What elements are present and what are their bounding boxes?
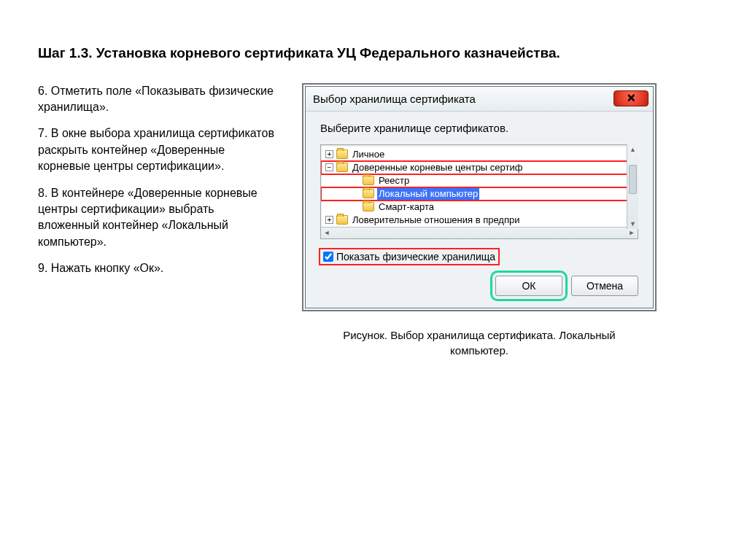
dialog-title: Выбор хранилища сертификата xyxy=(313,93,476,105)
tree-item-trusted-root[interactable]: − Доверенные корневые центры сертиф xyxy=(321,161,638,174)
checkbox-input[interactable] xyxy=(323,252,333,262)
folder-icon xyxy=(363,189,374,198)
figure-caption: Рисунок. Выбор хранилища сертификата. Ло… xyxy=(302,327,657,358)
scroll-left-icon[interactable]: ◄ xyxy=(321,229,333,236)
step-7: 7. В окне выбора хранилища сертификатов … xyxy=(38,125,279,174)
scroll-up-icon[interactable]: ▲ xyxy=(627,144,638,155)
folder-icon xyxy=(363,202,374,211)
horizontal-scrollbar[interactable]: ◄ ► xyxy=(321,227,638,238)
titlebar: Выбор хранилища сертификата ✕ xyxy=(306,87,653,112)
checkbox-label: Показать физические хранилища xyxy=(336,251,495,262)
instructions: 6. Отметить поле «Показывать физические … xyxy=(38,83,279,287)
tree-item-registry[interactable]: Реестр xyxy=(321,174,638,187)
folder-icon xyxy=(336,163,348,172)
tree-item-local-computer[interactable]: Локальный компьютер xyxy=(321,187,638,201)
ok-button[interactable]: ОК xyxy=(495,276,562,296)
step-6: 6. Отметить поле «Показывать физические … xyxy=(38,83,279,116)
folder-icon xyxy=(363,176,374,185)
folder-icon xyxy=(336,149,348,159)
step-9: 9. Нажать кнопку «Ок». xyxy=(38,260,279,276)
tree-item-enterprise-trust[interactable]: + Ловерительные отношения в предпри xyxy=(321,214,638,227)
cert-store-dialog: Выбор хранилища сертификата ✕ Выберите х… xyxy=(305,86,654,308)
scroll-thumb[interactable] xyxy=(629,165,637,194)
step-8: 8. В контейнере «Доверенные корневые цен… xyxy=(38,185,279,251)
cancel-button[interactable]: Отмена xyxy=(571,276,638,296)
expand-icon[interactable]: + xyxy=(325,216,333,224)
dialog-instruction: Выберите хранилище сертификатов. xyxy=(320,122,638,134)
scroll-right-icon[interactable]: ► xyxy=(626,229,638,236)
vertical-scrollbar[interactable]: ▲ ▼ xyxy=(627,144,638,229)
tree-item-smartcard[interactable]: Смарт-карта xyxy=(321,201,638,214)
store-tree[interactable]: + Личное − Доверенные корневые центры се… xyxy=(321,148,638,227)
show-physical-stores-checkbox[interactable]: Показать физические хранилища xyxy=(320,249,498,264)
folder-icon xyxy=(336,215,348,225)
scroll-down-icon[interactable]: ▼ xyxy=(627,219,638,229)
collapse-icon[interactable]: − xyxy=(325,163,333,171)
tree-item-personal[interactable]: + Личное xyxy=(321,148,638,161)
page-title: Шаг 1.3. Установка корневого сертификата… xyxy=(38,44,709,63)
expand-icon[interactable]: + xyxy=(325,150,333,158)
close-icon: ✕ xyxy=(627,92,636,105)
close-button[interactable]: ✕ xyxy=(614,90,649,106)
